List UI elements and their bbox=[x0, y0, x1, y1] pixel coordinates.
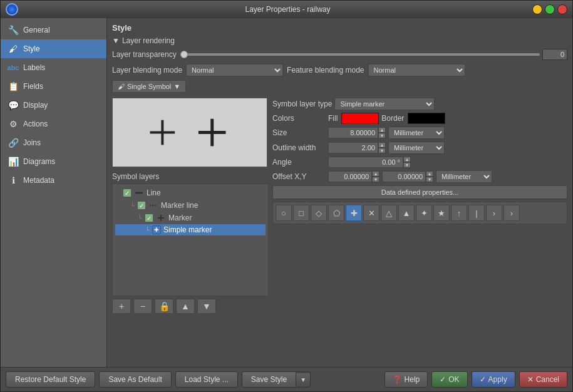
border-label: Border bbox=[381, 114, 404, 123]
single-symbol-button[interactable]: 🖌 Single Symbol ▼ bbox=[112, 80, 186, 93]
layer-item-marker-label: Marker bbox=[168, 214, 192, 222]
shape-pentagon-button[interactable]: ⬠ bbox=[328, 205, 344, 221]
transparency-slider[interactable] bbox=[180, 53, 540, 56]
size-input-group: ▲ ▼ bbox=[328, 127, 386, 138]
transparency-spinbox[interactable] bbox=[542, 49, 567, 60]
offset-y-up-btn[interactable]: ▲ bbox=[426, 171, 433, 177]
shape-x-button[interactable]: ✕ bbox=[363, 205, 379, 221]
diagrams-icon: 📊 bbox=[7, 155, 19, 168]
offset-unit-select[interactable]: Millimeter Pixel Map unit bbox=[436, 170, 492, 183]
move-layer-up-button[interactable]: ▲ bbox=[176, 299, 195, 314]
symbol-shapes-panel: ○ □ ◇ ⬠ ✚ ✕ △ ▲ ✦ ★ ↑ | › › bbox=[272, 202, 567, 224]
restore-default-style-button[interactable]: Restore Default Style bbox=[6, 371, 95, 388]
bottom-panel: Symbol layers ✓ Line bbox=[112, 98, 567, 314]
style-icon: 🖌 bbox=[7, 43, 19, 55]
shape-star-filled-button[interactable]: ★ bbox=[433, 205, 450, 221]
offset-y-down-btn[interactable]: ▼ bbox=[426, 177, 433, 182]
sidebar-item-label-general: General bbox=[23, 26, 50, 34]
shape-star-outline-button[interactable]: ✦ bbox=[416, 205, 432, 221]
display-icon: 💬 bbox=[7, 99, 19, 111]
symbol-layer-type-select[interactable]: Simple marker SVG marker Font marker Ell… bbox=[334, 98, 435, 110]
layer-item-simple-marker[interactable]: └ ✚ Simple marker bbox=[115, 224, 266, 235]
sidebar-item-fields[interactable]: 📋 Fields bbox=[1, 77, 106, 96]
outline-width-row: Outline width ▲ ▼ Millimeter Pixel Map u… bbox=[272, 142, 567, 154]
sidebar-item-metadata[interactable]: ℹ Metadata bbox=[1, 171, 106, 190]
content-area: Style ▼ Layer rendering Layer transparen… bbox=[107, 18, 572, 367]
sidebar-item-label-diagrams: Diagrams bbox=[23, 157, 55, 166]
sidebar-item-diagrams[interactable]: 📊 Diagrams bbox=[1, 152, 106, 171]
line-checkbox-icon: ✓ bbox=[123, 188, 132, 197]
move-layer-down-button[interactable]: ▼ bbox=[197, 299, 216, 314]
single-symbol-icon: 🖌 bbox=[118, 83, 125, 90]
joins-icon: 🔗 bbox=[7, 137, 19, 149]
offset-x-input[interactable] bbox=[328, 171, 372, 182]
size-down-btn[interactable]: ▼ bbox=[378, 133, 386, 138]
window-title: Layer Properties - railway bbox=[43, 5, 532, 14]
offset-y-input-group: ▲ ▼ bbox=[382, 171, 433, 182]
titlebar: Layer Properties - railway bbox=[1, 1, 572, 18]
fill-color-swatch[interactable] bbox=[341, 113, 379, 124]
remove-layer-button[interactable]: − bbox=[133, 299, 152, 314]
sidebar-item-general[interactable]: 🔧 General bbox=[1, 21, 106, 39]
shape-square-button[interactable]: □ bbox=[293, 205, 309, 221]
shape-triangle-outline-button[interactable]: △ bbox=[381, 205, 397, 221]
sidebar-item-joins[interactable]: 🔗 Joins bbox=[1, 133, 106, 152]
layer-rendering-header[interactable]: ▼ Layer rendering bbox=[112, 36, 567, 45]
size-unit-select[interactable]: Millimeter Pixel Map unit Inch bbox=[388, 126, 445, 139]
transparency-row: Layer transparency bbox=[112, 49, 567, 60]
shape-diagonal-arrow-button[interactable]: › bbox=[503, 205, 520, 221]
offset-y-input[interactable] bbox=[382, 171, 426, 182]
shape-diamond-button[interactable]: ◇ bbox=[311, 205, 327, 221]
layer-blending-select[interactable]: Normal Multiply Screen bbox=[186, 64, 283, 76]
sidebar-item-actions[interactable]: ⚙ Actions bbox=[1, 115, 106, 133]
layer-blending-label: Layer blending mode bbox=[112, 66, 182, 75]
border-color-swatch[interactable] bbox=[408, 113, 445, 124]
save-style-button[interactable]: Save Style bbox=[242, 372, 296, 387]
shape-bar-button[interactable]: | bbox=[468, 205, 485, 221]
sidebar: 🔧 General 🖌 Style abc Labels 📋 Fields 💬 … bbox=[1, 18, 107, 367]
layer-item-simple-marker-label: Simple marker bbox=[163, 225, 212, 234]
tree-connector-3: └ bbox=[145, 227, 150, 234]
outline-width-down-btn[interactable]: ▼ bbox=[378, 148, 386, 153]
lock-layer-button[interactable]: 🔒 bbox=[155, 299, 173, 314]
close-button[interactable] bbox=[557, 4, 567, 14]
apply-button[interactable]: ✓ Apply bbox=[472, 371, 515, 388]
layer-item-marker[interactable]: └ ✓ Marker bbox=[115, 212, 266, 224]
shape-triangle-filled-button[interactable]: ▲ bbox=[398, 205, 415, 221]
size-up-btn[interactable]: ▲ bbox=[378, 127, 386, 133]
save-style-arrow-button[interactable]: ▼ bbox=[296, 373, 310, 386]
shape-circle-button[interactable]: ○ bbox=[276, 205, 292, 221]
section-title: Style bbox=[112, 23, 567, 33]
outline-width-unit-select[interactable]: Millimeter Pixel Map unit bbox=[388, 142, 445, 154]
outline-width-up-btn[interactable]: ▲ bbox=[378, 142, 386, 148]
data-defined-button[interactable]: Data defined properties... bbox=[272, 185, 567, 199]
shape-arrow-right-button[interactable]: › bbox=[486, 205, 502, 221]
sidebar-item-display[interactable]: 💬 Display bbox=[1, 96, 106, 115]
layer-item-marker-line[interactable]: └ ✓ Marker line bbox=[115, 199, 266, 212]
save-as-default-button[interactable]: Save As Default bbox=[99, 371, 171, 388]
angle-input[interactable] bbox=[328, 157, 403, 168]
layer-item-line[interactable]: ✓ Line bbox=[115, 187, 266, 199]
offset-x-up-btn[interactable]: ▲ bbox=[372, 171, 379, 177]
angle-up-btn[interactable]: ▲ bbox=[403, 157, 411, 162]
shape-cross-button[interactable]: ✚ bbox=[346, 205, 362, 221]
sidebar-item-style[interactable]: 🖌 Style bbox=[1, 39, 106, 58]
feature-blending-select[interactable]: Normal Multiply Screen bbox=[368, 64, 465, 76]
maximize-button[interactable] bbox=[545, 4, 555, 14]
cancel-button[interactable]: ✕ Cancel bbox=[519, 371, 567, 388]
add-layer-button[interactable]: + bbox=[112, 299, 131, 314]
transparency-slider-container bbox=[180, 49, 567, 60]
sidebar-item-labels[interactable]: abc Labels bbox=[1, 58, 106, 77]
outline-width-input[interactable] bbox=[328, 142, 378, 153]
collapse-arrow-icon: ▼ bbox=[112, 36, 120, 45]
offset-x-down-btn[interactable]: ▼ bbox=[372, 177, 379, 182]
help-button[interactable]: ❓ Help bbox=[385, 371, 428, 388]
shape-arrow-up-button[interactable]: ↑ bbox=[451, 205, 467, 221]
symbol-layer-type-label: Symbol layer type bbox=[272, 100, 332, 108]
angle-down-btn[interactable]: ▼ bbox=[403, 162, 411, 168]
ok-button[interactable]: ✓ OK bbox=[431, 371, 467, 388]
size-input[interactable] bbox=[328, 127, 378, 138]
load-style-button[interactable]: Load Style ... bbox=[175, 371, 238, 388]
offset-label: Offset X,Y bbox=[272, 172, 326, 181]
minimize-button[interactable] bbox=[532, 4, 542, 14]
